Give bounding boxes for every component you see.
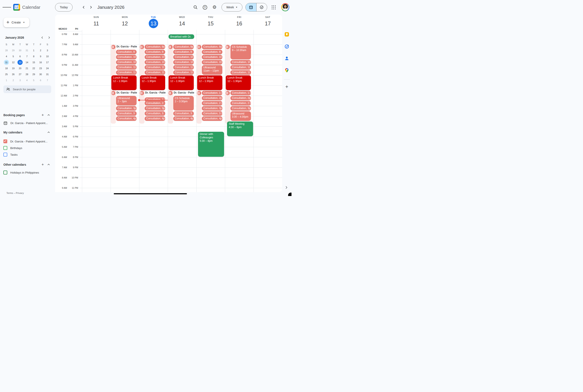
bookable-slot-chip[interactable]: Consultation, 4p bbox=[202, 116, 222, 121]
bookable-slot-chip[interactable]: Consultation, 10 bbox=[116, 60, 137, 64]
contacts-icon[interactable] bbox=[284, 56, 289, 61]
bookable-slot-chip[interactable]: Consultation, 11 bbox=[230, 70, 251, 75]
bookable-slot-chip[interactable]: Consultation, 9a bbox=[173, 44, 194, 49]
mini-calendar-day[interactable]: 3 bbox=[17, 77, 23, 83]
bookable-slot-chip[interactable]: Ultrasound3:30 – 4:30pm bbox=[230, 111, 251, 121]
collapse-my-calendars-button[interactable] bbox=[46, 131, 52, 134]
bookable-slot-chip[interactable]: Consultation, 3: bbox=[116, 111, 137, 116]
bookable-slot-chip[interactable]: Consultation, 10 bbox=[230, 60, 251, 64]
mini-calendar-day[interactable]: 13 bbox=[17, 59, 23, 65]
mini-calendar-day[interactable]: 15 bbox=[30, 59, 37, 65]
bookable-slot-chip[interactable]: Consultation, 2: bbox=[145, 101, 165, 106]
bookable-slot-chip[interactable]: Ultrasound11am – 12pm bbox=[202, 65, 222, 75]
bookable-slot-chip[interactable]: Consultation, 10 bbox=[202, 60, 222, 64]
get-add-ons-button[interactable]: + bbox=[284, 84, 289, 89]
bookable-slot-chip[interactable]: Consultation, 11 bbox=[116, 70, 137, 75]
bookable-slot-chip[interactable]: Consultation, 9: bbox=[173, 50, 194, 54]
my-calendar-item[interactable]: Birthdays bbox=[3, 145, 52, 151]
other-calendar-item[interactable]: Holidays in Philippines bbox=[3, 170, 52, 176]
bookable-slot-chip[interactable]: Consultation, 1:3 bbox=[202, 91, 222, 95]
booking-grid-badge-icon[interactable] bbox=[226, 45, 230, 49]
booking-schedule-title[interactable]: Dr. Garcia - Patie bbox=[116, 91, 139, 94]
mini-calendar-day[interactable]: 31 bbox=[44, 71, 51, 77]
bookable-slot-chip[interactable]: Consultation, 3p bbox=[116, 106, 137, 110]
lunch-break-event[interactable]: Lunch Break12 – 1:30pm bbox=[169, 75, 194, 90]
tasks-view-toggle[interactable] bbox=[256, 3, 267, 11]
mini-calendar-day[interactable]: 21 bbox=[23, 65, 30, 71]
collapse-booking-pages-button[interactable] bbox=[46, 114, 52, 116]
settings-button[interactable]: ⚙ bbox=[210, 3, 219, 12]
bookable-slot-chip[interactable]: Consultation, 9a bbox=[145, 44, 165, 49]
bookable-slot-chip[interactable]: Consultation, 2:3 bbox=[230, 101, 251, 106]
bookable-slot-chip[interactable]: Consultation, 2p bbox=[202, 96, 222, 100]
bookable-slot-chip[interactable]: Consultation, 10 bbox=[145, 55, 165, 59]
home-indicator-bar[interactable] bbox=[114, 193, 187, 194]
bookable-slot-chip[interactable]: Consultation, 4p bbox=[145, 116, 165, 121]
mini-calendar-day[interactable]: 14 bbox=[23, 59, 30, 65]
bookable-slot-chip[interactable]: Ultrasound2 – 3pm bbox=[116, 96, 137, 106]
mini-calendar-day[interactable]: 29 bbox=[10, 48, 17, 54]
lunch-break-event[interactable]: Lunch Break12 – 1:30pm bbox=[140, 75, 165, 90]
my-calendar-item[interactable]: Tasks bbox=[3, 152, 52, 158]
mini-calendar-day[interactable]: 18 bbox=[3, 65, 10, 71]
today-button[interactable]: Today bbox=[55, 3, 72, 12]
add-booking-page-button[interactable]: + bbox=[40, 113, 46, 118]
mini-calendar-day[interactable]: 30 bbox=[37, 71, 44, 77]
booking-grid-badge-icon[interactable] bbox=[168, 45, 173, 49]
bookable-slot-chip[interactable]: Consultation, 4p bbox=[116, 116, 137, 121]
bookable-slot-chip[interactable]: Consultation, 3:3 bbox=[202, 111, 222, 116]
mini-calendar-day[interactable]: 22 bbox=[30, 65, 37, 71]
expand-panel-chevron[interactable] bbox=[285, 186, 289, 190]
mini-calendar-day[interactable]: 4 bbox=[23, 77, 30, 83]
search-for-people-input[interactable]: Search for people bbox=[3, 86, 51, 93]
mini-calendar-day[interactable]: 6 bbox=[37, 77, 44, 83]
create-button[interactable]: + Create ▼ bbox=[3, 18, 29, 27]
mini-calendar-next-button[interactable] bbox=[46, 35, 52, 40]
booking-grid-badge-icon[interactable] bbox=[197, 45, 201, 49]
bookable-slot-chip[interactable]: Consultation, 3p bbox=[202, 106, 222, 110]
mini-calendar-day[interactable]: 1 bbox=[3, 77, 10, 83]
bookable-slot-chip[interactable]: Consultation, 1:3 bbox=[230, 91, 251, 95]
mini-calendar-day[interactable]: 6 bbox=[17, 54, 23, 59]
mini-calendar-day[interactable]: 23 bbox=[37, 65, 44, 71]
bookable-slot-chip[interactable]: Consultation, 9: bbox=[145, 50, 165, 54]
checked-checkbox[interactable] bbox=[3, 140, 7, 143]
calendar-event[interactable]: Staff Meeting4:30 – 6pm bbox=[227, 122, 253, 136]
mini-calendar-day[interactable]: 28 bbox=[3, 48, 10, 54]
booking-schedule-title[interactable]: Dr. Garcia - Patie bbox=[116, 45, 139, 48]
mini-calendar-day[interactable]: 27 bbox=[17, 71, 23, 77]
mini-calendar-day[interactable]: 10 bbox=[44, 54, 51, 59]
bookable-slot-chip[interactable]: Consultation, 2:3 bbox=[202, 101, 222, 106]
bookable-slot-chip[interactable]: Consultation, 9a bbox=[202, 44, 222, 49]
add-other-calendar-button[interactable]: + bbox=[40, 162, 46, 167]
booking-grid-badge-icon[interactable] bbox=[168, 91, 173, 95]
unchecked-checkbox[interactable] bbox=[3, 146, 7, 150]
bookable-slot-chip[interactable]: Consultation, 11 bbox=[173, 70, 194, 75]
booking-grid-badge-icon[interactable] bbox=[226, 91, 230, 95]
lunch-break-event[interactable]: Lunch Break12 – 1:30pm bbox=[197, 75, 222, 90]
my-calendar-item[interactable]: Dr. Garcia - Patient Appoint... bbox=[3, 138, 52, 144]
next-week-button[interactable] bbox=[87, 3, 95, 12]
booking-grid-badge-icon[interactable] bbox=[197, 91, 201, 95]
bookable-slot-chip[interactable]: Consultation, 9: bbox=[202, 50, 222, 54]
account-avatar[interactable] bbox=[281, 3, 289, 11]
mini-calendar-day[interactable]: 12 bbox=[10, 59, 17, 65]
booking-schedule-title[interactable]: Dr. Garcia - Patie bbox=[174, 91, 196, 94]
mini-calendar-prev-button[interactable] bbox=[40, 35, 45, 40]
calendar-event[interactable]: Breakfast with Dr. C bbox=[169, 34, 194, 39]
lunch-break-event[interactable]: Lunch Break12 – 1:30pm bbox=[111, 75, 137, 90]
bookable-slot-chip[interactable]: Consultation, 11 bbox=[145, 65, 165, 70]
mini-calendar-day[interactable]: 24 bbox=[44, 65, 51, 71]
bookable-slot-chip[interactable]: Consultation, 10 bbox=[145, 60, 165, 64]
mini-calendar-day[interactable]: 2 bbox=[10, 77, 17, 83]
lunch-break-event[interactable]: Lunch Break12 – 1:30pm bbox=[226, 75, 251, 90]
booking-schedule-title[interactable]: Dr. Garcia - Patie bbox=[145, 91, 167, 94]
mini-calendar-day[interactable]: 30 bbox=[17, 48, 23, 54]
bookable-slot-chip[interactable]: Consultation, 10 bbox=[173, 55, 194, 59]
bookable-slot-chip[interactable]: Consultation, 3p bbox=[145, 106, 165, 110]
mini-calendar-day[interactable]: 29 bbox=[30, 71, 37, 77]
mini-calendar-day[interactable]: 17 bbox=[44, 59, 51, 65]
keep-icon[interactable] bbox=[284, 32, 289, 37]
unchecked-checkbox[interactable] bbox=[3, 153, 7, 156]
mini-calendar-day[interactable]: 9 bbox=[37, 54, 44, 59]
